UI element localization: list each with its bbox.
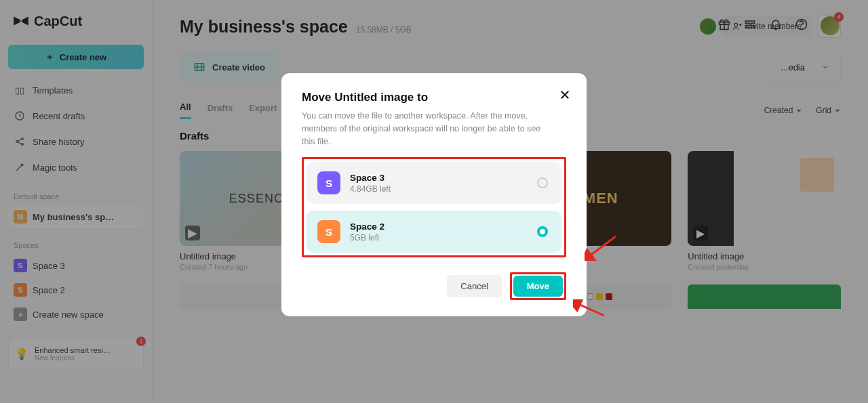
close-icon <box>559 89 571 101</box>
svg-line-13 <box>577 303 604 316</box>
radio-unselected[interactable] <box>537 177 548 188</box>
space-option-space2[interactable]: S Space 2 5GB left <box>307 211 561 253</box>
modal-overlay: Move Untitled image to You can move the … <box>0 0 868 403</box>
modal-description: You can move the file to another workspa… <box>302 110 546 148</box>
cancel-button[interactable]: Cancel <box>447 275 501 297</box>
modal-title: Move Untitled image to <box>302 91 566 104</box>
annotation-arrow <box>573 299 607 320</box>
annotation-arrow <box>585 234 618 261</box>
options-highlight: S Space 3 4.84GB left S Space 2 5GB left <box>302 157 566 257</box>
space-badge-icon: S <box>317 220 340 243</box>
move-button[interactable]: Move <box>513 276 563 297</box>
radio-selected[interactable] <box>537 226 548 237</box>
close-button[interactable] <box>558 88 572 102</box>
move-highlight: Move <box>510 272 566 300</box>
move-modal: Move Untitled image to You can move the … <box>281 73 587 316</box>
space-option-space3[interactable]: S Space 3 4.84GB left <box>307 162 561 204</box>
space-badge-icon: S <box>317 171 340 194</box>
svg-line-12 <box>589 236 616 257</box>
